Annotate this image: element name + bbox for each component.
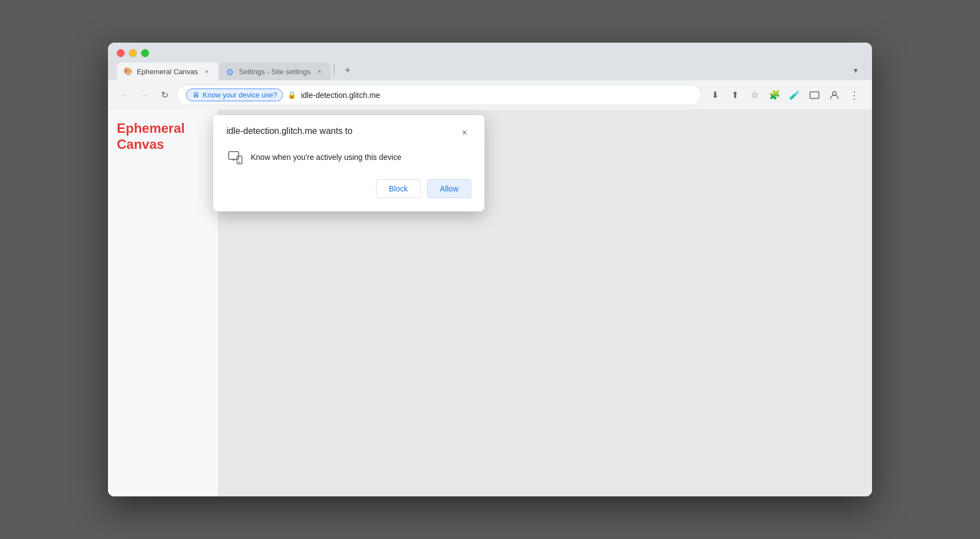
tab-favicon-2: ⚙ xyxy=(226,67,235,76)
toolbar-icons: ⬇ ⬆ ☆ 🧩 🧪 ⋮ xyxy=(706,86,863,104)
profile-svg xyxy=(829,90,839,100)
tab-close-1[interactable]: × xyxy=(203,67,212,76)
new-tab-button[interactable]: + xyxy=(340,63,355,78)
sidebar-title: Ephemeral Canvas xyxy=(117,121,209,153)
close-button[interactable] xyxy=(117,49,125,57)
maximize-button[interactable] xyxy=(141,49,149,57)
reload-icon: ↻ xyxy=(161,90,168,100)
reload-button[interactable]: ↻ xyxy=(157,87,172,103)
dialog-buttons: Block Allow xyxy=(226,179,471,198)
svg-rect-0 xyxy=(810,92,819,99)
permission-chip[interactable]: 🖥 Know your device use? xyxy=(186,89,283,101)
omnibar: ← → ↻ 🖥 Know your device use? 🔒 idle-det… xyxy=(108,80,872,110)
tab-list-dropdown[interactable]: ▾ xyxy=(848,63,863,78)
dialog-title: idle-detection.glitch.me wants to xyxy=(226,126,353,136)
tab-title-2: Settings - Site settings xyxy=(239,68,311,76)
back-icon: ← xyxy=(120,90,129,100)
svg-rect-5 xyxy=(237,156,242,164)
forward-icon: → xyxy=(140,90,149,100)
menu-button[interactable]: ⋮ xyxy=(845,86,863,104)
permission-dialog: idle-detection.glitch.me wants to × xyxy=(213,115,484,211)
dialog-header: idle-detection.glitch.me wants to × xyxy=(226,126,471,139)
device-icon-svg xyxy=(228,149,243,165)
extensions-icon[interactable]: 🧩 xyxy=(766,86,783,104)
forward-button[interactable]: → xyxy=(137,87,152,103)
tablet-icon[interactable] xyxy=(806,86,823,104)
download-icon[interactable]: ⬇ xyxy=(706,86,724,104)
sidebar-title-line2: Canvas xyxy=(117,137,164,152)
tab-close-2[interactable]: × xyxy=(315,67,324,76)
tab-title-1: Ephemeral Canvas xyxy=(137,68,198,76)
title-bar: 🎨 Ephemeral Canvas × ⚙ Settings - Site s… xyxy=(108,43,872,80)
flask-icon[interactable]: 🧪 xyxy=(786,86,803,104)
browser-window: 🎨 Ephemeral Canvas × ⚙ Settings - Site s… xyxy=(108,43,872,496)
device-permission-icon xyxy=(226,148,244,166)
minimize-button[interactable] xyxy=(129,49,137,57)
traffic-lights xyxy=(117,49,863,57)
dialog-close-button[interactable]: × xyxy=(458,126,471,139)
share-icon[interactable]: ⬆ xyxy=(726,86,744,104)
bookmark-icon[interactable]: ☆ xyxy=(746,86,764,104)
tab-favicon-1: 🎨 xyxy=(123,67,132,76)
address-text: idle-detection.glitch.me xyxy=(301,91,692,100)
content-area: Ephemeral Canvas Don't move your mouse d… xyxy=(108,110,872,496)
tab-separator xyxy=(334,64,334,75)
tablet-svg xyxy=(809,90,819,100)
tabs-row: 🎨 Ephemeral Canvas × ⚙ Settings - Site s… xyxy=(117,63,863,80)
tab-ephemeral-canvas[interactable]: 🎨 Ephemeral Canvas × xyxy=(117,63,218,80)
back-button[interactable]: ← xyxy=(117,87,132,103)
device-chip-icon: 🖥 xyxy=(192,91,199,99)
allow-button[interactable]: Allow xyxy=(427,179,471,198)
sidebar-title-line1: Ephemeral xyxy=(117,121,185,136)
sidebar: Ephemeral Canvas xyxy=(108,110,219,496)
block-button[interactable]: Block xyxy=(376,179,420,198)
address-bar[interactable]: 🖥 Know your device use? 🔒 idle-detection… xyxy=(177,85,702,105)
dialog-permission-row: Know when you're actively using this dev… xyxy=(226,148,471,166)
menu-dots-icon: ⋮ xyxy=(849,89,860,101)
lock-icon: 🔒 xyxy=(287,91,296,99)
tab-settings[interactable]: ⚙ Settings - Site settings × xyxy=(219,63,331,80)
dialog-permission-text: Know when you're actively using this dev… xyxy=(251,153,401,162)
permission-chip-label: Know your device use? xyxy=(203,91,277,99)
profile-icon[interactable] xyxy=(826,86,843,104)
